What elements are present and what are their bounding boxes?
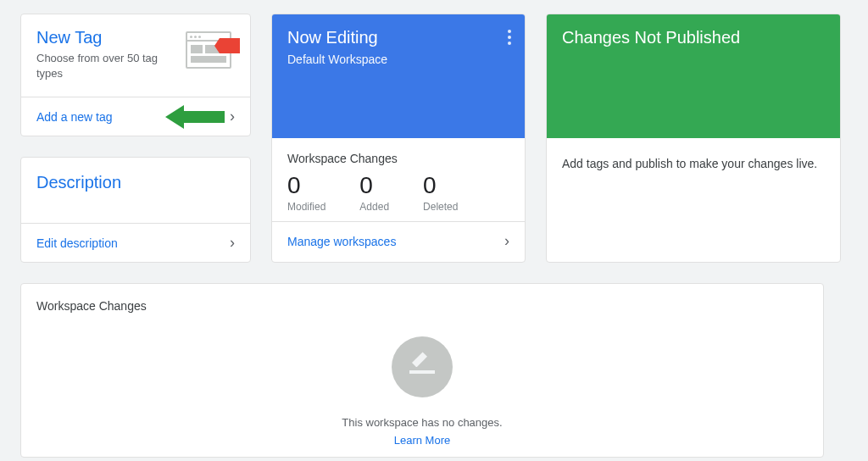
- modified-count: 0 Modified: [287, 172, 326, 213]
- changes-not-published-card: Changes Not Published Add tags and publi…: [546, 14, 841, 263]
- add-new-tag-label: Add a new tag: [36, 110, 113, 124]
- annotation-arrow-icon: [165, 105, 225, 129]
- edit-description-label: Edit description: [36, 236, 118, 250]
- now-editing-card: Now Editing Default Workspace Workspace …: [271, 14, 526, 263]
- workspace-name: Default Workspace: [287, 53, 509, 66]
- manage-workspaces-button[interactable]: Manage workspaces ›: [272, 221, 525, 260]
- learn-more-link[interactable]: Learn More: [394, 434, 450, 447]
- manage-workspaces-label: Manage workspaces: [287, 235, 396, 248]
- empty-state-text: This workspace has no changes.: [342, 416, 502, 429]
- new-tag-subtitle: Choose from over 50 tag types: [36, 51, 175, 81]
- edit-empty-icon: [392, 336, 453, 397]
- new-tag-card: New Tag Choose from over 50 tag types: [20, 14, 251, 136]
- added-count: 0 Added: [359, 172, 389, 213]
- chevron-right-icon: ›: [230, 108, 235, 125]
- workspace-changes-title: Workspace Changes: [21, 284, 823, 313]
- workspace-changes-heading: Workspace Changes: [287, 152, 509, 165]
- description-card: Description Edit description ›: [20, 157, 251, 263]
- edit-description-button[interactable]: Edit description ›: [21, 223, 250, 262]
- chevron-right-icon: ›: [504, 232, 509, 250]
- deleted-count: 0 Deleted: [423, 172, 458, 213]
- now-editing-menu-button[interactable]: [504, 26, 515, 48]
- description-title: Description: [36, 173, 235, 192]
- chevron-right-icon: ›: [230, 234, 235, 252]
- now-editing-title: Now Editing: [287, 28, 509, 47]
- workspace-changes-panel: Workspace Changes This workspace has no …: [20, 283, 824, 458]
- tag-illustration-icon: [186, 31, 235, 70]
- new-tag-title: New Tag: [36, 28, 175, 47]
- changes-not-published-body: Add tags and publish to make your change…: [547, 138, 840, 190]
- add-new-tag-button[interactable]: Add a new tag ›: [21, 97, 250, 136]
- svg-marker-0: [165, 105, 225, 129]
- changes-not-published-title: Changes Not Published: [562, 28, 825, 47]
